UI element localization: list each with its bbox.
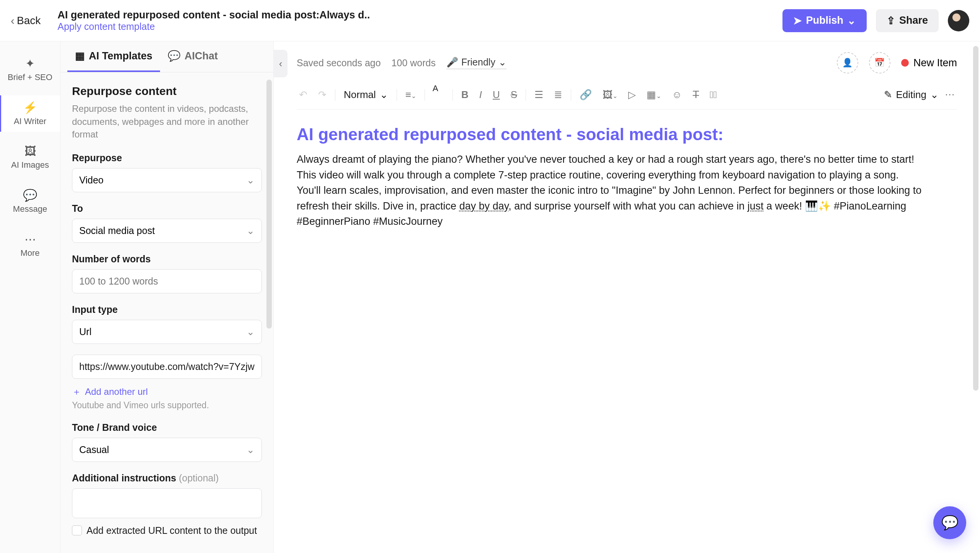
url-support-text: Youtube and Vimeo urls supported. [72,400,262,411]
status-dot-icon [901,59,909,67]
chevron-down-icon: ⌄ [380,89,388,101]
paragraph-format-select[interactable]: Normal ⌄ [341,87,390,102]
word-count: 100 words [392,57,436,69]
document-title[interactable]: AI generated repurposed content - social… [297,125,957,144]
rail-message[interactable]: 💬 Message [0,183,60,219]
rail-label: Brief + SEO [8,72,52,82]
share-button[interactable]: ⇪ Share [876,9,939,32]
dotted-text: day by day [459,200,509,212]
extract-url-checkbox-row[interactable]: Add extracted URL content to the output [72,525,262,536]
panel-scrollbar[interactable] [266,80,272,329]
redo-button[interactable]: ↷ [316,87,329,102]
url-input[interactable] [72,355,262,379]
chevron-down-icon: ⌄ [847,15,856,27]
chat-icon: 💬 [168,50,181,62]
image-icon: 🖼 [24,145,36,158]
apply-template-link[interactable]: Apply content template [57,21,782,32]
words-input[interactable] [72,269,262,293]
page-title: AI generated repurposed content - social… [57,9,782,21]
rail-ai-images[interactable]: 🖼 AI Images [0,139,60,175]
clear-format-button[interactable]: T̶ [691,87,701,102]
share-icon: ⇪ [887,15,895,27]
tone-value: Casual [79,444,109,455]
bolt-icon: ⚡ [23,101,37,114]
table-button[interactable]: ▦⌄ [644,87,663,102]
editor-area: Saved seconds ago 100 words 🎤 Friendly ⌄… [274,41,980,553]
publish-label: Publish [806,15,843,26]
strikethrough-button[interactable]: S [508,87,519,102]
bold-button[interactable]: B [459,87,471,102]
divider [526,89,526,101]
additional-optional: (optional) [179,473,219,483]
text-color-button[interactable]: A [431,93,436,97]
bulleted-list-button[interactable]: ☰ [532,87,546,102]
document-body[interactable]: Always dreamt of playing the piano? Whet… [297,152,924,229]
more-icon: ⋯ [24,232,36,246]
tab-ai-templates[interactable]: ▦ AI Templates [67,41,160,72]
back-label: Back [17,15,41,27]
rail-ai-writer[interactable]: ⚡ AI Writer [0,95,60,132]
tab-ai-chat[interactable]: 💬 AIChat [160,41,225,72]
more-toolbar-button[interactable]: ⋯ [945,89,955,101]
words-label: Number of words [72,254,262,265]
add-date-placeholder[interactable]: 📅 [869,52,890,74]
tab-label: AI Templates [89,50,152,62]
italic-button[interactable]: I [477,87,484,102]
checkbox-label: Add extracted URL content to the output [87,525,257,536]
chevron-down-icon: ⌄ [247,444,255,455]
rail-brief-seo[interactable]: ✦ Brief + SEO [0,51,60,88]
panel-heading: Repurpose content [72,85,262,98]
undo-button[interactable]: ↶ [297,87,310,102]
tone-label: Tone / Brand voice [72,422,262,433]
repurpose-value: Video [79,175,104,186]
align-button[interactable]: ≡⌄ [403,87,418,102]
mic-icon: 🎤 [446,57,458,68]
status-chip[interactable]: New Item [901,57,957,69]
tone-select[interactable]: Casual ⌄ [72,438,262,462]
side-panel: ▦ AI Templates 💬 AIChat Repurpose conten… [60,41,274,553]
underline-button[interactable]: U [490,87,502,102]
saved-text: Saved seconds ago [297,57,381,69]
back-button[interactable]: ‹ Back [11,14,41,27]
video-button[interactable]: ▷ [626,87,638,102]
checkbox-icon [72,525,82,535]
rail-label: AI Images [11,160,49,170]
editing-mode-select[interactable]: ✎ Editing ⌄ [884,89,939,101]
chat-launcher-button[interactable]: 💬 [933,506,966,539]
left-rail: ✦ Brief + SEO ⚡ AI Writer 🖼 AI Images 💬 … [0,41,60,553]
to-select[interactable]: Social media post ⌄ [72,219,262,243]
avatar[interactable] [948,10,969,31]
highlight-button[interactable] [442,93,446,97]
publish-button[interactable]: ➤ Publish ⌄ [782,9,867,32]
send-icon: ➤ [793,15,802,27]
add-url-link[interactable]: ＋ Add another url [72,386,262,398]
divider [397,89,397,101]
divider [425,89,425,101]
editor-scrollbar[interactable] [973,46,978,391]
additional-instructions-textarea[interactable] [72,488,262,518]
calendar-icon-ph: 📅 [874,58,885,68]
collapse-panel-button[interactable]: ‹ [274,50,287,77]
numbered-list-button[interactable]: ≣ [552,87,565,102]
rail-more[interactable]: ⋯ More [0,227,60,263]
chevron-left-icon: ‹ [279,58,283,70]
divider [571,89,571,101]
repurpose-label: Repurpose [72,152,262,164]
dotted-text: just [748,200,764,212]
comment-button[interactable]: ⌄⃣ [707,87,719,102]
tab-label: AIChat [185,50,218,62]
editing-label: Editing [896,89,927,101]
input-type-select[interactable]: Url ⌄ [72,320,262,344]
user-plus-icon: 👤 [842,58,853,68]
repurpose-select[interactable]: Video ⌄ [72,168,262,192]
chat-icon: 💬 [941,515,959,531]
add-user-placeholder[interactable]: 👤 [837,52,858,74]
rail-label: More [20,248,39,258]
plus-icon: ＋ [72,386,81,398]
emoji-button[interactable]: ☺ [670,87,684,102]
tone-chip[interactable]: 🎤 Friendly ⌄ [446,57,506,69]
status-label: New Item [913,57,957,69]
image-button[interactable]: 🖼⌄ [600,87,620,102]
body-text: , and surprise yourself with what you ca… [508,200,747,212]
link-button[interactable]: 🔗 [577,87,594,102]
